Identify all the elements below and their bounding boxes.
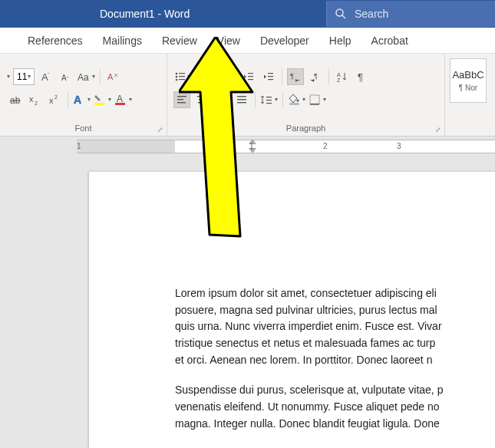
bullets-button[interactable]: ▾ — [173, 68, 190, 85]
borders-button[interactable]: ▾ — [309, 91, 326, 108]
strikethrough-button[interactable]: ab — [6, 91, 23, 108]
svg-text:A: A — [74, 94, 81, 106]
svg-rect-28 — [198, 79, 205, 80]
change-case-button[interactable]: Aa▾ — [78, 68, 95, 85]
svg-rect-24 — [198, 73, 205, 74]
svg-text:¶: ¶ — [290, 72, 294, 80]
justify-button[interactable] — [233, 91, 250, 108]
svg-rect-20 — [179, 76, 185, 77]
svg-text:3: 3 — [194, 77, 196, 82]
numbering-button[interactable]: 123▾ — [193, 68, 210, 85]
search-box[interactable]: Search — [326, 1, 495, 27]
document-page[interactable]: Lorem ipsum dolor sit amet, consectetuer… — [89, 172, 495, 448]
svg-rect-37 — [268, 79, 273, 80]
font-group-label: Font⤢ — [0, 122, 167, 136]
font-color-button[interactable]: A▾ — [114, 91, 132, 108]
svg-rect-34 — [248, 79, 253, 80]
svg-point-17 — [175, 72, 177, 74]
grow-font-button[interactable]: Aˆ — [38, 68, 54, 85]
ribbon-group-font: ▾ 11▾ Aˆ Aˇ Aa▾ A ab x2 x2 A▾ ▾ A▾ Font⤢ — [0, 54, 167, 136]
paragraph[interactable]: Suspendisse dui purus, scelerisque at, v… — [175, 382, 495, 432]
svg-rect-14 — [94, 103, 104, 105]
svg-rect-31 — [219, 79, 223, 80]
svg-point-60 — [297, 99, 299, 101]
svg-point-21 — [175, 78, 177, 81]
tab-references[interactable]: References — [28, 35, 83, 47]
shading-button[interactable]: ▾ — [288, 91, 305, 108]
style-normal-button[interactable]: AaBbC ¶ Nor — [450, 58, 487, 103]
title-bar: Document1 - Word Search — [0, 0, 495, 28]
svg-text:2: 2 — [35, 100, 38, 106]
svg-rect-53 — [218, 102, 226, 103]
svg-rect-62 — [310, 95, 319, 104]
svg-text:Z: Z — [337, 77, 341, 83]
sort-button[interactable]: AZ — [334, 68, 351, 85]
svg-rect-18 — [179, 73, 185, 74]
svg-text:A: A — [107, 72, 114, 81]
ribbon-group-styles: AaBbC ¶ Nor — [445, 54, 495, 136]
tab-help[interactable]: Help — [329, 35, 351, 47]
svg-rect-32 — [248, 73, 253, 74]
subscript-button[interactable]: x2 — [26, 91, 43, 108]
svg-rect-52 — [220, 99, 226, 100]
decrease-indent-button[interactable] — [240, 68, 257, 85]
multilevel-list-button[interactable]: ▾ — [213, 68, 230, 85]
svg-line-1 — [342, 15, 345, 18]
svg-rect-63 — [310, 104, 319, 105]
font-dialog-launcher[interactable]: ⤢ — [157, 126, 163, 133]
svg-rect-46 — [177, 99, 183, 100]
svg-text:¶: ¶ — [358, 71, 363, 83]
tab-mailings[interactable]: Mailings — [103, 35, 142, 47]
paragraph-group-label: Paragraph⤢ — [167, 122, 444, 136]
right-to-left-button[interactable]: ¶ — [307, 68, 324, 85]
svg-text:ab: ab — [10, 95, 21, 106]
line-spacing-button[interactable]: ▾ — [260, 91, 278, 108]
align-left-button[interactable] — [173, 91, 190, 108]
tab-view[interactable]: View — [217, 35, 240, 47]
tab-review[interactable]: Review — [162, 35, 197, 47]
svg-rect-50 — [198, 102, 206, 103]
align-center-button[interactable] — [193, 91, 210, 108]
font-size-input[interactable]: 11▾ — [13, 68, 35, 85]
svg-rect-58 — [266, 100, 272, 100]
tab-developer[interactable]: Developer — [260, 35, 309, 47]
clear-formatting-button[interactable]: A — [105, 68, 122, 85]
align-right-button[interactable] — [213, 91, 230, 108]
svg-text:ˇ: ˇ — [67, 76, 69, 81]
svg-rect-51 — [217, 96, 226, 97]
svg-text:A: A — [117, 94, 123, 104]
svg-rect-39 — [295, 80, 299, 81]
svg-rect-33 — [248, 76, 253, 77]
increase-indent-button[interactable] — [260, 68, 277, 85]
search-icon — [335, 8, 347, 20]
svg-rect-30 — [217, 76, 223, 77]
svg-rect-16 — [115, 103, 125, 105]
shrink-font-button[interactable]: Aˇ — [58, 68, 74, 85]
font-name-dropdown-icon[interactable]: ▾ — [7, 73, 10, 80]
svg-text:2: 2 — [54, 94, 58, 100]
ruler-area: 1 1 2 3 — [0, 137, 495, 156]
svg-rect-56 — [237, 102, 246, 103]
paragraph-dialog-launcher[interactable]: ⤢ — [435, 126, 441, 133]
svg-rect-45 — [177, 96, 186, 97]
paragraph[interactable]: Lorem ipsum dolor sit amet, consectetuer… — [175, 285, 495, 368]
tab-acrobat[interactable]: Acrobat — [371, 35, 408, 47]
svg-rect-35 — [268, 73, 273, 74]
svg-rect-36 — [268, 76, 273, 77]
svg-rect-26 — [198, 76, 205, 77]
svg-text:A: A — [337, 72, 341, 77]
horizontal-ruler[interactable]: 1 1 2 3 — [77, 140, 495, 153]
left-to-right-button[interactable]: ¶ — [287, 68, 304, 85]
highlight-button[interactable]: ▾ — [94, 91, 111, 108]
svg-text:A: A — [61, 74, 67, 82]
superscript-button[interactable]: x2 — [46, 91, 63, 108]
svg-rect-59 — [266, 103, 272, 104]
show-hide-paragraph-button[interactable]: ¶ — [354, 68, 371, 85]
svg-text:x: x — [29, 94, 34, 104]
ribbon-tabs: References Mailings Review View Develope… — [0, 28, 495, 54]
svg-rect-49 — [199, 99, 205, 100]
svg-rect-41 — [311, 80, 315, 81]
text-effects-button[interactable]: A▾ — [73, 91, 91, 108]
svg-rect-61 — [289, 103, 299, 105]
svg-rect-47 — [177, 102, 186, 103]
